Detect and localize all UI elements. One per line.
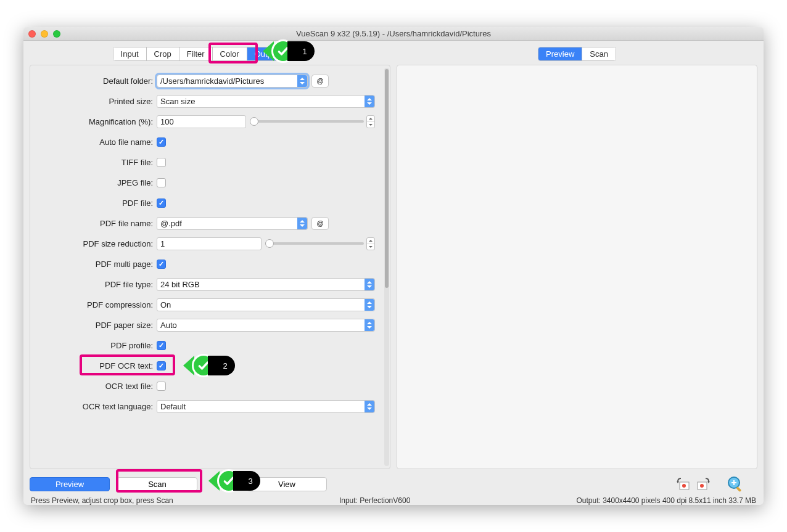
pdf-size-reduction-stepper[interactable] [366,237,375,250]
status-right: Output: 3400x4400 pixels 400 dpi 8.5x11 … [576,496,756,505]
settings-panel: Default folder: /Users/hamrickdavid/Pict… [30,65,390,469]
tab-output[interactable]: Output [247,47,287,60]
default-folder-combo[interactable]: /Users/hamrickdavid/Pictures [157,75,308,88]
settings-scrollbar[interactable] [384,68,389,466]
printed-size-combo[interactable]: Scan size [157,95,375,108]
pdf-file-name-combo[interactable]: @.pdf [157,217,308,230]
at-button-folder[interactable]: @ [311,75,329,88]
pdf-compression-combo[interactable]: On [157,298,375,311]
pdf-size-reduction-input[interactable]: 1 [157,237,262,250]
rotate-right-icon[interactable] [693,474,713,494]
title-bar: VueScan 9 x32 (9.5.19) - /Users/hamrickd… [23,27,764,41]
svg-marker-0 [677,481,679,483]
left-panel: InputCropFilterColorOutputP 1 Default fo… [30,47,390,469]
status-center: Input: PerfectionV600 [339,496,410,505]
scrollbar-thumb[interactable] [385,69,389,288]
row-magnification: Magnification (%): 100 [30,115,385,128]
tab-crop[interactable]: Crop [147,47,179,60]
pdf-ocr-text-checkbox[interactable] [157,361,166,370]
tab-input[interactable]: Input [113,47,147,60]
svg-point-2 [682,484,686,488]
tab-scan[interactable]: Scan [582,47,616,60]
pdf-profile-checkbox[interactable] [157,341,166,350]
pdf-paper-size-combo[interactable]: Auto [157,319,375,332]
ocr-text-file-checkbox[interactable] [157,382,166,391]
pdf-file-checkbox[interactable] [157,198,166,208]
app-window: VueScan 9 x32 (9.5.19) - /Users/hamrickd… [23,27,764,505]
zoom-icon[interactable] [53,30,60,38]
tab-p[interactable]: P [287,47,307,60]
row-pdf-file-name: PDF file name: @.pdf @ [30,216,385,230]
pdf-file-type-combo[interactable]: 24 bit RGB [157,278,375,291]
tab-color[interactable]: Color [213,47,247,60]
svg-point-5 [700,484,704,488]
row-printed-size: Printed size: Scan size [30,94,385,108]
magnification-slider[interactable] [250,120,364,123]
tiff-file-checkbox[interactable] [157,158,166,167]
pdf-size-reduction-slider[interactable] [265,242,364,245]
window-title: VueScan 9 x32 (9.5.19) - /Users/hamrickd… [23,29,764,38]
jpeg-file-checkbox[interactable] [157,178,166,187]
auto-file-name-checkbox[interactable] [157,137,166,147]
at-button-pdf[interactable]: @ [311,217,329,230]
status-bar: Press Preview, adjust crop box, press Sc… [30,496,757,505]
right-tab-bar: PreviewScan [397,47,757,61]
view-button[interactable]: View [247,477,327,491]
preview-button[interactable]: Preview [30,477,110,491]
ocr-text-language-combo[interactable]: Default [157,400,375,413]
svg-marker-3 [707,481,710,483]
left-tab-bar: InputCropFilterColorOutputP 1 [30,47,390,61]
magnification-input[interactable]: 100 [157,115,246,128]
preview-area[interactable] [397,65,757,469]
zoom-in-icon[interactable] [725,474,745,494]
rotate-left-icon[interactable] [674,474,693,494]
magnification-stepper[interactable] [366,115,375,128]
minimize-icon[interactable] [41,30,48,38]
close-icon[interactable] [28,30,36,38]
check-icon [217,469,241,493]
status-left: Press Preview, adjust crop box, press Sc… [31,496,173,505]
footer: Preview Scan View 3 [23,469,764,505]
pdf-multi-page-checkbox[interactable] [157,260,166,269]
tab-preview[interactable]: Preview [538,47,582,60]
row-pdf-size-reduction: PDF size reduction: 1 [30,237,385,250]
row-default-folder: Default folder: /Users/hamrickdavid/Pict… [30,74,385,88]
tab-filter[interactable]: Filter [179,47,213,60]
scan-button[interactable]: Scan [117,477,197,491]
right-panel: PreviewScan [397,47,757,469]
